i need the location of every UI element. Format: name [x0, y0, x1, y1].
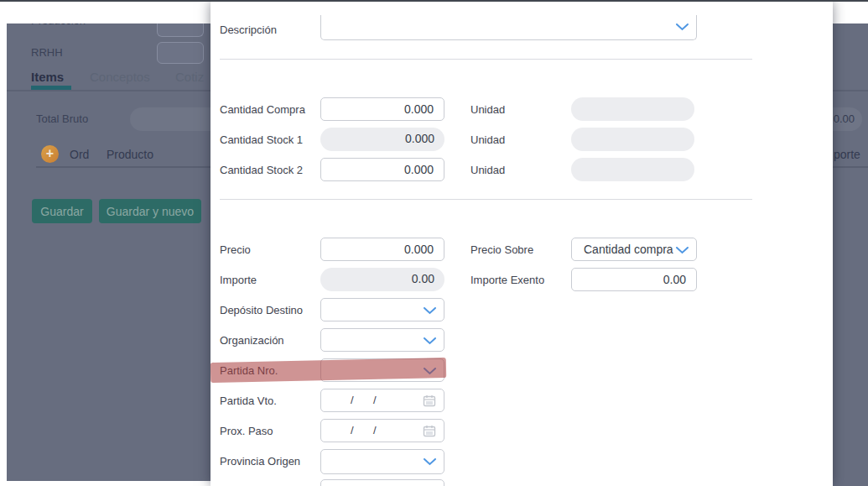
background-form-panel-right: 0.00 porte: [833, 24, 868, 486]
truncated-input[interactable]: [157, 24, 204, 37]
truncated-field-label: Producción: [31, 24, 132, 29]
precio-sobre-select[interactable]: Cantidad compra: [571, 238, 697, 261]
unidad-label-3: Unidad: [470, 164, 505, 176]
prox-paso-date-input[interactable]: / /: [320, 419, 444, 442]
unidad-readonly-3: [571, 158, 694, 181]
tab-conceptos[interactable]: Conceptos: [90, 70, 150, 84]
save-and-new-button[interactable]: Guardar y nuevo: [99, 199, 201, 223]
cantidad-stock1-label: Cantidad Stock 1: [220, 133, 303, 146]
tab-items[interactable]: Items: [31, 70, 64, 84]
precio-label: Precio: [220, 243, 251, 256]
total-bruto-field: [130, 107, 211, 131]
rrhh-label: RRHH: [31, 46, 63, 59]
precio-input[interactable]: 0.000: [320, 238, 444, 261]
organizacion-select[interactable]: [320, 328, 444, 352]
tab-bar-divider-right: [833, 90, 868, 91]
precio-sobre-label: Precio Sobre: [470, 243, 533, 256]
total-bruto-label: Total Bruto: [36, 112, 88, 125]
chevron-down-icon: [676, 24, 689, 31]
cantidad-stock2-input[interactable]: 0.000: [320, 158, 444, 181]
section-divider: [220, 59, 752, 60]
unidad-readonly-2: [571, 128, 694, 151]
prox-paso-label: Prox. Paso: [220, 425, 273, 437]
background-form-panel: Producción RRHH Items Conceptos Cotiz To…: [7, 24, 211, 481]
cantidad-compra-label: Cantidad Compra: [220, 103, 305, 116]
top-border-line: [0, 0, 868, 2]
importe-readonly: 0.00: [320, 268, 444, 291]
partida-vto-date-input[interactable]: / /: [320, 389, 444, 412]
item-edit-modal: Descripción Cantidad Compra 0.000 Unidad…: [211, 2, 833, 486]
calendar-icon[interactable]: [423, 425, 436, 437]
section-divider: [220, 199, 752, 200]
descripcion-label: Descripción: [220, 24, 277, 36]
importe-label: Importe: [220, 274, 257, 286]
chevron-down-icon: [424, 307, 436, 315]
unidad-label-1: Unidad: [470, 103, 505, 116]
tab-cotizaciones[interactable]: Cotiz: [175, 70, 204, 84]
add-item-button[interactable]: +: [41, 145, 59, 163]
table-header-divider-right: [833, 166, 868, 168]
deposito-destino-label: Depósito Destino: [220, 304, 303, 316]
column-header-importe-fragment: porte: [834, 148, 860, 161]
unidad-label-2: Unidad: [470, 133, 505, 146]
deposito-destino-select[interactable]: [320, 298, 444, 321]
chevron-down-icon: [424, 337, 436, 345]
chevron-down-icon: [676, 247, 689, 254]
partida-vto-label: Partida Vto.: [220, 395, 277, 407]
column-header-producto: Producto: [107, 148, 153, 161]
importe-exento-label: Importe Exento: [470, 274, 544, 286]
provincia-origen-label: Provincia Origen: [220, 455, 300, 468]
plus-icon: +: [46, 146, 54, 160]
rrhh-input[interactable]: [157, 42, 204, 64]
column-header-ord: Ord: [70, 148, 89, 161]
save-button[interactable]: Guardar: [32, 199, 92, 223]
tab-bar-divider: [7, 90, 211, 91]
cantidad-stock2-label: Cantidad Stock 2: [220, 164, 303, 176]
provincia-origen-select[interactable]: [320, 449, 444, 474]
descripcion-combobox[interactable]: [320, 15, 697, 40]
cantidad-compra-input[interactable]: 0.000: [320, 97, 444, 121]
chevron-down-icon: [424, 458, 436, 466]
partial-bottom-field[interactable]: [320, 479, 444, 486]
importe-exento-input[interactable]: 0.00: [571, 268, 697, 291]
total-bruto-value-fragment: 0.00: [833, 107, 862, 131]
table-header-divider: [36, 166, 211, 168]
organizacion-label: Organización: [220, 334, 284, 347]
calendar-icon[interactable]: [423, 395, 436, 407]
unidad-readonly-1: [571, 97, 694, 121]
cantidad-stock1-readonly: 0.000: [320, 128, 444, 151]
